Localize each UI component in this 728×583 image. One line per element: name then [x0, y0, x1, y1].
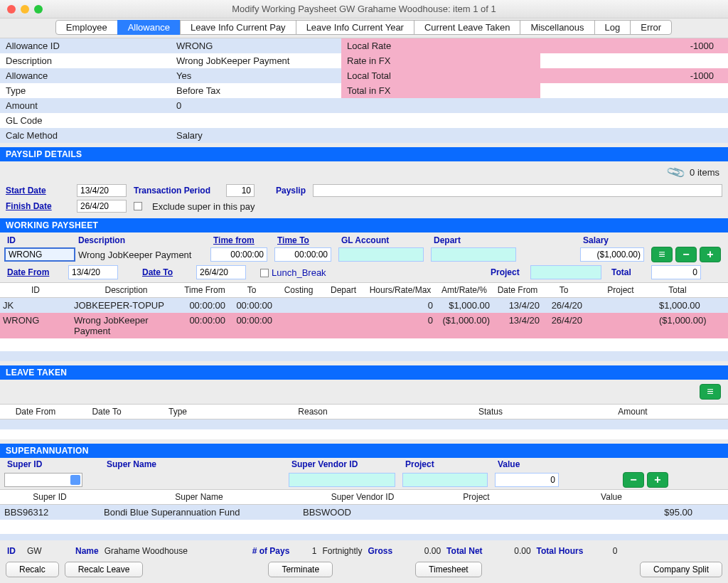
- f-net-val: 0.00: [488, 546, 531, 556]
- tab-error[interactable]: Error: [630, 20, 672, 35]
- btn-timesheet[interactable]: Timesheet: [415, 562, 482, 577]
- tab-allowance[interactable]: Allowance: [117, 20, 181, 35]
- f-pays-label: # of Pays: [252, 546, 290, 556]
- ws-remove-button[interactable]: −: [675, 247, 697, 262]
- sa-input-val[interactable]: [495, 473, 559, 487]
- ws-input-dto[interactable]: [196, 265, 246, 279]
- ws-input-id[interactable]: [4, 247, 75, 262]
- ws-hdr-tto: Time To: [274, 235, 338, 245]
- leave-list-button[interactable]: ≡: [700, 384, 721, 400]
- checkbox-exclude-super[interactable]: [134, 202, 142, 210]
- traffic-lights: [7, 5, 43, 14]
- lbl-lunch: Lunch_Break: [272, 267, 326, 278]
- lbl-allowance-id: Allowance ID: [0, 38, 171, 53]
- lbl-glcode: GL Code: [0, 113, 171, 128]
- plus-icon: +: [654, 474, 660, 486]
- sa-row-empty: [0, 520, 728, 534]
- ws-hdr-depart: Depart: [431, 235, 523, 245]
- f-hrs-label: Total Hours: [537, 546, 584, 556]
- val-allowance: Yes: [171, 68, 341, 83]
- input-trans-period[interactable]: [226, 184, 255, 197]
- minus-icon: −: [630, 474, 636, 486]
- tab-bar: Employee Allowance Leave Info Current Pa…: [0, 18, 728, 38]
- lbl-exclude-super: Exclude super in this pay: [152, 201, 255, 212]
- val-calc-method: Salary: [171, 128, 341, 143]
- ws-input-project[interactable]: [530, 265, 601, 279]
- zoom-icon[interactable]: [34, 5, 43, 14]
- sa-input-proj[interactable]: [402, 473, 488, 487]
- ws-hdr-desc: Description: [75, 235, 210, 245]
- btn-recalc[interactable]: Recalc: [6, 562, 59, 577]
- input-finish-date[interactable]: [77, 200, 127, 213]
- sa-dropdown-sid[interactable]: [4, 473, 82, 487]
- sa-row-0[interactable]: BBS96312Bondi Blue Superannuation FundBB…: [0, 505, 728, 520]
- leave-row-empty: [0, 419, 728, 429]
- lbl-amount: Amount: [0, 98, 171, 113]
- val-glcode: [171, 113, 341, 128]
- lbl-calc-method: Calc Method: [0, 128, 171, 143]
- f-net-label: Total Net: [446, 546, 482, 556]
- input-payslip[interactable]: [313, 184, 722, 197]
- section-superannuation: SUPERANNUATION: [0, 444, 728, 458]
- lbl-finish-date: Finish Date: [6, 201, 70, 211]
- ws-row-wrong[interactable]: WRONGWrong JobKeeper Payment00:00:0000:0…: [0, 313, 728, 338]
- lbl-payslip: Payslip: [276, 186, 306, 196]
- f-name-val: Grahame Woodhouse: [105, 546, 247, 556]
- tab-employee[interactable]: Employee: [55, 20, 118, 35]
- close-icon[interactable]: [7, 5, 16, 14]
- ws-input-depart[interactable]: [431, 247, 516, 262]
- tab-log[interactable]: Log: [594, 20, 631, 35]
- ws-list-button[interactable]: ≡: [651, 247, 673, 262]
- val-total-fx: [441, 83, 540, 98]
- minimize-icon[interactable]: [21, 5, 29, 14]
- sa-remove-button[interactable]: −: [623, 472, 644, 488]
- sa-hdr-val: Value: [495, 459, 623, 469]
- footer: ID GW Name Grahame Woodhouse # of Pays 1…: [0, 540, 728, 583]
- ws-input-salary[interactable]: [580, 247, 644, 262]
- ws-grid-header: IDDescriptionTime FromToCostingDepartHou…: [0, 282, 728, 298]
- ws-input-tto[interactable]: [274, 247, 331, 262]
- titlebar: Modify Working Paysheet GW Grahame Woodh…: [0, 0, 728, 18]
- ws-add-button[interactable]: +: [700, 247, 721, 262]
- val-description: Wrong JobKeeper Payment: [171, 53, 341, 68]
- val-rate-fx: [441, 53, 540, 68]
- lbl-total-fx: Total in FX: [341, 83, 441, 98]
- lbl-description: Description: [0, 53, 171, 68]
- f-gross-val: 0.00: [398, 546, 441, 556]
- ws-hdr-total: Total: [609, 267, 651, 277]
- attachment-count: 0 items: [690, 167, 719, 178]
- tab-current-leave-taken[interactable]: Current Leave Taken: [414, 20, 520, 35]
- btn-recalc-leave[interactable]: Recalc Leave: [65, 562, 144, 577]
- f-gross-label: Gross: [368, 546, 392, 556]
- f-hrs-val: 0: [589, 546, 617, 556]
- ws-input-total[interactable]: [651, 265, 701, 279]
- sa-grid-header: Super IDSuper NameSuper Vendor IDProject…: [0, 489, 728, 505]
- section-working-paysheet: WORKING PAYSHEET: [0, 218, 728, 232]
- allowance-fields: Allowance ID WRONG Local Rate -1000 Desc…: [0, 38, 728, 143]
- ws-row-jk[interactable]: JKJOBKEEPER-TOPUP00:00:0000:00:000$1,000…: [0, 298, 728, 313]
- f-id-val: GW: [27, 546, 70, 556]
- leave-row-empty2: [0, 429, 728, 439]
- val-allowance-id: WRONG: [171, 38, 341, 53]
- checkbox-lunch[interactable]: [260, 269, 269, 277]
- input-start-date[interactable]: [77, 184, 127, 197]
- ws-val-desc: Wrong JobKeeper Payment: [75, 250, 210, 260]
- minus-icon: −: [682, 248, 689, 261]
- lbl-local-total: Local Total: [341, 68, 441, 83]
- sa-add-button[interactable]: +: [647, 472, 668, 488]
- ws-input-gl[interactable]: [338, 247, 424, 262]
- val-type: Before Tax: [171, 83, 341, 98]
- lbl-allowance: Allowance: [0, 68, 171, 83]
- ws-input-dfrom[interactable]: [68, 265, 118, 279]
- ws-hdr-dfrom: Date From: [4, 267, 68, 277]
- tab-leave-current-pay[interactable]: Leave Info Current Pay: [180, 20, 296, 35]
- btn-company-split[interactable]: Company Split: [640, 562, 722, 577]
- ws-input-tfrom[interactable]: [210, 247, 267, 262]
- tab-misc[interactable]: Miscellanous: [520, 20, 594, 35]
- ws-hdr-project: Project: [488, 267, 530, 277]
- tab-leave-current-year[interactable]: Leave Info Current Year: [296, 20, 414, 35]
- sa-input-svid[interactable]: [289, 473, 395, 487]
- f-id-label: ID: [7, 546, 21, 556]
- f-pays-val: 1: [295, 546, 316, 556]
- btn-terminate[interactable]: Terminate: [268, 562, 333, 577]
